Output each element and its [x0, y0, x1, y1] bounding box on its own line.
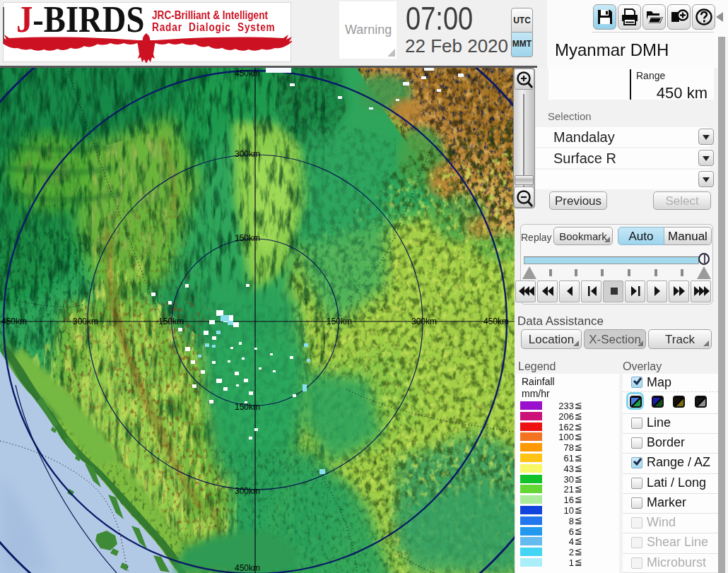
svg-text:450km: 450km [1, 317, 27, 326]
svg-text:300km: 300km [235, 149, 260, 159]
svg-text:300km: 300km [73, 317, 98, 326]
svg-text:450km: 450km [235, 563, 260, 573]
svg-text:150km: 150km [235, 402, 260, 412]
svg-text:150km: 150km [158, 317, 184, 326]
svg-text:300km: 300km [411, 317, 437, 326]
svg-text:450km: 450km [235, 69, 260, 78]
svg-text:300km: 300km [235, 486, 260, 496]
svg-text:150km: 150km [235, 233, 260, 243]
svg-text:150km: 150km [327, 317, 352, 326]
svg-text:450km: 450km [483, 317, 509, 326]
